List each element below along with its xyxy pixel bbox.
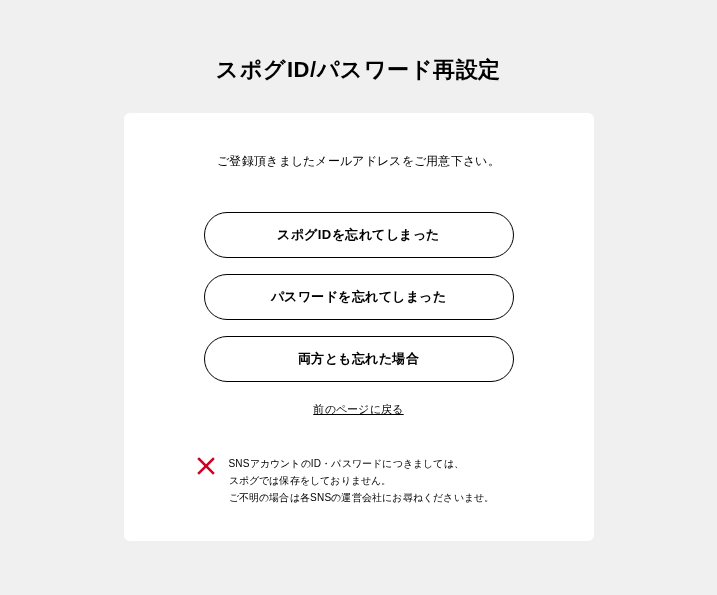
page-title: スポグID/パスワード再設定	[216, 55, 500, 85]
back-link[interactable]: 前のページに戻る	[313, 402, 403, 417]
reset-card: ご登録頂きましたメールアドレスをご用意下さい。 スポグIDを忘れてしまった パス…	[124, 113, 594, 541]
notice-text: SNSアカウントのID・パスワードにつきましては、 スポグでは保存をしておりませ…	[229, 455, 495, 506]
notice-line-1: SNSアカウントのID・パスワードにつきましては、	[229, 455, 495, 472]
notice-line-3: ご不明の場合は各SNSの運営会社にお尋ねくださいませ。	[229, 489, 495, 506]
x-icon	[197, 457, 215, 479]
notice-line-2: スポグでは保存をしておりません。	[229, 472, 495, 489]
sns-notice: SNSアカウントのID・パスワードにつきましては、 スポグでは保存をしておりませ…	[157, 455, 561, 506]
forgot-id-button[interactable]: スポグIDを忘れてしまった	[204, 212, 514, 258]
forgot-both-button[interactable]: 両方とも忘れた場合	[204, 336, 514, 382]
instruction-text: ご登録頂きましたメールアドレスをご用意下さい。	[217, 153, 500, 170]
forgot-password-button[interactable]: パスワードを忘れてしまった	[204, 274, 514, 320]
